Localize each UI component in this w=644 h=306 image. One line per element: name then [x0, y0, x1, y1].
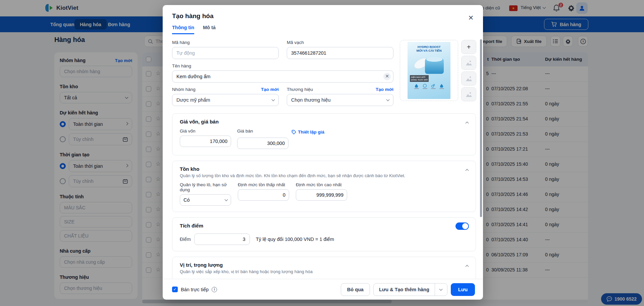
product-code-label: Mã hàng	[172, 40, 279, 45]
barcode-label: Mã vạch	[287, 40, 393, 45]
create-group-link[interactable]: Tạo mới	[261, 87, 279, 92]
tag-icon	[291, 130, 296, 135]
brand-select[interactable]: Chọn thương hiệu	[287, 94, 393, 106]
image-icon	[466, 60, 472, 66]
tab-thong-tin[interactable]: Thông tin	[172, 25, 194, 34]
image-icon	[466, 92, 472, 97]
clear-input-icon[interactable]: ✕	[383, 73, 391, 80]
position-card: Vị trí, trọng lượng Quản lý việc sắp xếp…	[172, 257, 476, 279]
sale-price-input[interactable]	[237, 138, 288, 149]
max-stock-label: Định mức tồn cao nhất	[296, 182, 347, 187]
cost-price-label: Giá vốn	[180, 129, 231, 134]
create-product-modal: Tạo hàng hóa ✕ Thông tin Mô tả Mã hàng M…	[163, 5, 483, 300]
screen: KiotViet Giao diện cũ ★ Tiếng Việt 2	[0, 0, 644, 306]
product-code-input[interactable]	[172, 47, 279, 59]
cost-price-input[interactable]	[180, 136, 231, 147]
image-placeholder-tile[interactable]	[461, 56, 476, 70]
chevron-down-icon	[272, 98, 275, 101]
points-input[interactable]	[194, 234, 250, 245]
modal-title: Tạo hàng hóa	[172, 12, 474, 20]
chevron-down-icon[interactable]	[435, 289, 447, 290]
stock-card-description: Quản lý số lượng tồn kho và định mức tồn…	[180, 173, 468, 178]
save-and-create-button[interactable]: Lưu & Tạo thêm hàng	[373, 283, 447, 296]
points-toggle[interactable]	[455, 222, 469, 230]
clock-icon	[423, 84, 427, 88]
modal-footer: ✓ Bán trực tiếp i Bỏ qua Lưu & Tạo thêm …	[163, 279, 483, 300]
stock-card: Tồn kho Quản lý số lượng tồn kho và định…	[172, 161, 476, 212]
chevron-down-icon	[386, 98, 390, 101]
position-card-title: Vị trí, trọng lượng	[180, 262, 468, 268]
main-product-image[interactable]: HYDRO BOOST MỚI VÀ CẢI TIẾN DIỆN MẠO MỚI…	[400, 40, 458, 101]
sale-price-label: Giá bán	[237, 129, 253, 134]
save-button[interactable]: Lưu	[451, 283, 475, 296]
droplet-icon	[440, 84, 443, 88]
min-stock-label: Định mức tồn thấp nhất	[238, 182, 289, 187]
create-brand-link[interactable]: Tạo mới	[376, 87, 393, 92]
product-name-label: Tên hàng	[172, 63, 393, 68]
jar-graphic	[408, 54, 450, 75]
chevron-down-icon	[225, 198, 228, 201]
points-label: Điểm	[180, 237, 191, 242]
direct-sale-checkbox[interactable]: ✓	[172, 287, 178, 292]
tab-mo-ta[interactable]: Mô tả	[203, 25, 216, 34]
modal-tabs: Thông tin Mô tả	[163, 25, 483, 35]
skip-button[interactable]: Bỏ qua	[341, 283, 370, 296]
image-icon	[466, 76, 472, 82]
product-group-label: Nhóm hàng	[172, 87, 196, 92]
product-group-select[interactable]: Dược mỹ phẩm	[172, 94, 279, 106]
points-rate-text: Tỷ lệ quy đổi 100,000 VND = 1 điểm	[256, 237, 334, 242]
points-card-title: Tích điểm	[180, 223, 468, 228]
lot-management-select[interactable]: Có	[180, 194, 231, 206]
modal-scrollbar-thumb[interactable]	[480, 39, 482, 217]
product-name-input[interactable]	[172, 70, 393, 83]
info-icon: i	[212, 287, 217, 292]
position-card-description: Quản lý việc sắp xếp kho, vị trí bán hàn…	[180, 269, 468, 274]
image-placeholder-tile[interactable]	[461, 87, 476, 101]
points-card: Tích điểm Điểm Tỷ lệ quy đổi 100,000 VND…	[172, 217, 476, 251]
min-stock-input[interactable]	[238, 189, 289, 201]
droplet-icon	[415, 84, 418, 88]
lot-management-label: Quản lý theo lô, hạn sử dụng	[180, 182, 231, 192]
close-icon[interactable]: ✕	[466, 13, 476, 22]
price-card: Giá vốn, giá bán Giá vốn Giá bán Thiết l…	[172, 113, 476, 155]
photo-feature-icons	[414, 84, 444, 89]
brand-label: Thương hiệu	[287, 87, 313, 92]
molecule-icon	[431, 84, 435, 88]
add-image-button[interactable]: +	[461, 40, 476, 54]
stock-card-title: Tồn kho	[180, 166, 468, 172]
photo-badge: DIỆN MẠO MỚI DÒNG THỨC MỚI	[410, 75, 429, 82]
product-images-panel: HYDRO BOOST MỚI VÀ CẢI TIẾN DIỆN MẠO MỚI…	[400, 40, 476, 106]
price-setup-link[interactable]: Thiết lập giá	[291, 130, 324, 135]
price-card-title: Giá vốn, giá bán	[180, 119, 468, 124]
max-stock-input[interactable]	[296, 189, 347, 201]
image-placeholder-tile[interactable]	[461, 71, 476, 86]
product-photo: HYDRO BOOST MỚI VÀ CẢI TIẾN DIỆN MẠO MỚI…	[408, 42, 450, 99]
barcode-input[interactable]	[287, 47, 393, 59]
direct-sale-label: Bán trực tiếp	[181, 287, 209, 292]
modal-body: Mã hàng Mã vạch Tên hàng ✕	[163, 35, 483, 279]
